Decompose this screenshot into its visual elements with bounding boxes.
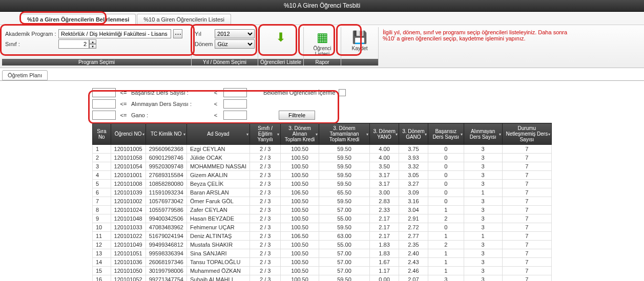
checkbox-beklemeli[interactable] <box>339 89 346 96</box>
button-kaydet[interactable]: 💾 Kaydet <box>344 28 375 52</box>
select-donem[interactable]: Güz <box>215 39 255 49</box>
table-row[interactable]: 312010105499520309748MOHAMMED NASSAI2 / … <box>93 162 552 171</box>
cell-gano: 3.32 <box>399 162 428 171</box>
cell-tc: 10576973042 <box>146 197 186 206</box>
cell-tc: 60901298746 <box>146 154 186 162</box>
sinif-up-button[interactable]: ▲ <box>89 39 96 44</box>
label-yil: Yıl <box>195 31 213 37</box>
input-basarisiz-max[interactable] <box>223 88 247 97</box>
cell-sinif: 2 / 3 <box>250 171 280 180</box>
cell-adsoyad: Gizem AKALIN <box>186 171 250 180</box>
table-row[interactable]: 1012010103347083483962Fehimenur UÇAR2 / … <box>93 223 552 232</box>
table-row[interactable]: 1112010102251679024194Deniz ALTINTAŞ2 / … <box>93 232 552 241</box>
cell-sinif: 2 / 3 <box>250 197 280 206</box>
cell-sira: 9 <box>93 214 111 223</box>
col-tamamlanan-kredi[interactable]: 3. Dönem Tamamlanan Toplam Kredi▾ <box>319 123 370 145</box>
col-alinan-kredi[interactable]: 3. Dönem Alınan Toplam Kredi▾ <box>281 123 319 145</box>
cell-alinan-kredi: 100.50 <box>281 197 319 206</box>
cell-sinif: 2 / 3 <box>250 267 280 275</box>
cell-alinan-kredi: 100.50 <box>281 267 319 275</box>
col-sira[interactable]: Sıra No <box>93 123 111 145</box>
table-row[interactable]: 212010105860901298746Jülide OCAK2 / 3100… <box>93 154 552 162</box>
cell-adsoyad: Zafer CEYLAN <box>186 206 250 214</box>
filter-icon[interactable]: ▾ <box>425 132 427 136</box>
filter-icon[interactable]: ▾ <box>366 132 368 136</box>
cell-gano: 3.93 <box>399 154 428 162</box>
cell-alinmayan: 3 <box>464 241 502 249</box>
col-yano[interactable]: 3. Dönem YANO▾ <box>370 123 399 145</box>
table-row[interactable]: 1612010105299271347754Suhaib ALMAHLI2 / … <box>93 275 552 282</box>
col-adsoyad[interactable]: Ad Soyad▾ <box>186 123 250 145</box>
label-akademik-program: Akademik Program : <box>5 31 56 37</box>
select-yil[interactable]: 2012 <box>215 29 255 38</box>
filter-icon[interactable]: ▾ <box>277 132 279 136</box>
col-netlesmemis[interactable]: Durumu Netleşmemiş Ders Sayısı▾ <box>502 123 551 145</box>
input-basarisiz-min[interactable] <box>92 88 116 97</box>
cell-netlesmemis: 7 <box>502 197 551 206</box>
cell-alinmayan: 3 <box>464 267 502 275</box>
sinif-down-button[interactable]: ▼ <box>89 44 96 49</box>
col-ogrenci-no[interactable]: Öğrenci NO▾ <box>111 123 146 145</box>
tab-belirlenmesi[interactable]: %10 a Giren Öğrencilerin Belirlenmesi <box>20 14 136 25</box>
cell-adsoyad: Fehimenur UÇAR <box>186 223 250 232</box>
filter-icon[interactable]: ▾ <box>246 132 248 136</box>
table-row[interactable]: 612010103911591093234Baran ARSLAN2 / 310… <box>93 188 552 197</box>
filter-icon[interactable]: ▾ <box>316 132 318 136</box>
input-alinmayan-min[interactable] <box>92 99 116 109</box>
cell-alinan-kredi: 100.50 <box>281 249 319 258</box>
filter-icon[interactable]: ▾ <box>461 132 463 136</box>
table-row[interactable]: 512010100810858280080Beyza ÇELİK2 / 3100… <box>93 180 552 188</box>
cell-tc: 27689315584 <box>146 171 186 180</box>
filter-icon[interactable]: ▾ <box>548 132 550 136</box>
table-row[interactable]: 1212010104999499346812Mustafa SHAKIR2 / … <box>93 241 552 249</box>
table-row[interactable]: 112010100529560962368Ezgi CEYLAN2 / 3100… <box>93 145 552 154</box>
cell-alinmayan: 3 <box>464 258 502 267</box>
cell-sinif: 2 / 3 <box>250 249 280 258</box>
cell-netlesmemis: 7 <box>502 267 551 275</box>
info-text: İlgili yıl, dönem, sınıf ve programı seç… <box>379 27 584 66</box>
button-filtrele[interactable]: Filtrele <box>279 111 315 120</box>
cell-alinan-kredi: 100.50 <box>281 214 319 223</box>
table-row[interactable]: 712010100210576973042Ömer Faruk GÖL2 / 3… <box>93 197 552 206</box>
cell-alinan-kredi: 100.50 <box>281 258 319 267</box>
input-sinif[interactable] <box>58 39 89 49</box>
input-gano-min[interactable] <box>92 111 116 120</box>
download-arrow-icon: ⬇ <box>265 30 296 45</box>
table-row[interactable]: 412010100127689315584Gizem AKALIN2 / 310… <box>93 171 552 180</box>
filter-icon[interactable]: ▾ <box>142 132 144 136</box>
cell-alinmayan: 3 <box>464 145 502 154</box>
cell-alinan-kredi: 100.50 <box>281 154 319 162</box>
cell-netlesmemis: 7 <box>502 232 551 241</box>
cell-tc: 30199798006 <box>146 267 186 275</box>
program-lookup-button[interactable]: ⋯ <box>173 29 182 38</box>
cell-ogrenci-no: 120101024 <box>111 206 146 214</box>
cell-gano: 2.35 <box>399 241 428 249</box>
col-basarisiz[interactable]: Başarısız Ders Sayısı▾ <box>428 123 464 145</box>
col-sinif-yariyil[interactable]: Sınıfı / Eğitim Yarıyılı▾ <box>250 123 280 145</box>
cell-sira: 11 <box>93 232 111 241</box>
tab-listesi[interactable]: %10 a Giren Öğrencilerin Listesi <box>137 14 231 25</box>
cell-basarisiz: 0 <box>428 223 464 232</box>
cell-tamamlanan-kredi: 57.00 <box>319 249 370 258</box>
col-gano[interactable]: 3. Dönem GANO▾ <box>399 123 428 145</box>
filter-icon[interactable]: ▾ <box>499 132 501 136</box>
table-row[interactable]: 1512010105030199798006Muhammed ÖZKAN2 / … <box>93 267 552 275</box>
input-akademik-program[interactable] <box>58 29 171 38</box>
table-row[interactable]: 812010102410559779586Zafer CEYLAN2 / 310… <box>93 206 552 214</box>
col-tc[interactable]: TC Kimlik NO▾ <box>146 123 186 145</box>
input-alinmayan-max[interactable] <box>223 99 247 109</box>
tab-ogretim-plani[interactable]: Öğretim Planı <box>2 70 48 80</box>
col-alinmayan[interactable]: Alınmayan Ders Sayısı▾ <box>464 123 502 145</box>
filter-icon[interactable]: ▾ <box>396 132 398 136</box>
cell-yano: 3.00 <box>370 188 399 197</box>
cell-sinif: 2 / 3 <box>250 206 280 214</box>
filter-icon[interactable]: ▾ <box>183 132 185 136</box>
table-row[interactable]: 1412010103626068197346Tansu TOPALOĞLU2 /… <box>93 258 552 267</box>
input-gano-max[interactable] <box>223 111 247 120</box>
button-ogrencileri-listele[interactable]: ⬇ <box>261 28 300 52</box>
cell-gano: 2.07 <box>399 275 428 282</box>
table-row[interactable]: 1312010105199598336394Sina SANJARI2 / 31… <box>93 249 552 258</box>
button-ogrenci-listesi-rapor[interactable]: ▦ Öğrenci Listesi <box>307 28 338 58</box>
cell-basarisiz: 0 <box>428 145 464 154</box>
table-row[interactable]: 912010104899400342506Hasan BEYZADE2 / 31… <box>93 214 552 223</box>
